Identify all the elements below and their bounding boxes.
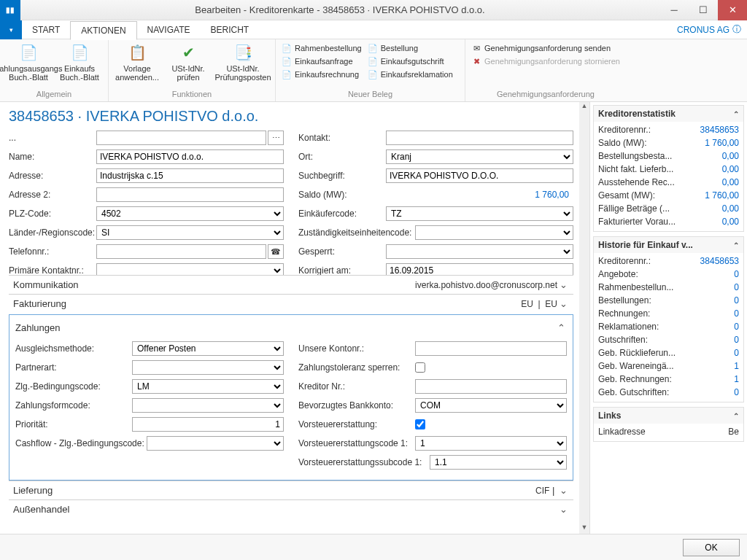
primkontakt-select[interactable]	[96, 263, 284, 275]
name-field[interactable]	[96, 149, 284, 164]
partner-select[interactable]	[132, 360, 284, 375]
krednr-label: Kreditor Nr.:	[298, 381, 415, 392]
zlgbed-select[interactable]: LM	[132, 379, 284, 394]
stat-row[interactable]: Geb. Wareneingä...1	[598, 359, 739, 373]
konto-field[interactable]	[415, 341, 567, 356]
tab-aktionen[interactable]: AKTIONEN	[70, 21, 136, 40]
korrig-field[interactable]	[386, 263, 573, 275]
tel-field[interactable]	[96, 244, 266, 259]
stat-row[interactable]: Angebote:0	[598, 268, 739, 281]
gesperrt-select[interactable]	[386, 244, 573, 259]
zust-select[interactable]	[415, 225, 573, 240]
ausgleich-select[interactable]: Offener Posten	[132, 341, 284, 356]
vstcode-select[interactable]: 1	[415, 436, 567, 451]
tab-navigate[interactable]: NAVIGATE	[137, 20, 201, 39]
einkaufs-button[interactable]: 📄Einkaufs Buch.-Blatt	[55, 42, 104, 90]
stat-row[interactable]: Rechnungen:0	[598, 307, 739, 320]
bottombar: OK	[0, 534, 747, 560]
stat-row[interactable]: Rahmenbestellun...0	[598, 281, 739, 294]
chevron-down-icon: ⌄	[557, 504, 569, 515]
suchbegriff-field[interactable]	[386, 168, 573, 183]
section-kommunikation[interactable]: Kommunikation iverka.pohistvo.doo@cronus…	[9, 275, 573, 294]
stat-row[interactable]: Gesamt (MW):1 760,00	[598, 189, 739, 202]
main-scrollbar[interactable]: ▲ ▼	[579, 102, 589, 534]
lookup-button[interactable]: ⋯	[268, 131, 284, 145]
stat-row[interactable]: Bestellungen:0	[598, 294, 739, 307]
section-aussenhandel[interactable]: Außenhandel ⌄	[9, 499, 573, 518]
tol-checkbox[interactable]	[415, 362, 425, 373]
section-lieferung[interactable]: Lieferung CIF | ⌄	[9, 481, 573, 499]
korrig-label: Korrigiert am:	[298, 265, 386, 275]
stat-row[interactable]: Ausstehende Rec...0,00	[598, 176, 739, 189]
zahlungsausgangs-button[interactable]: 📄Zahlungsausgangs Buch.-Blatt	[4, 42, 53, 90]
chevron-up-icon[interactable]: ⌃	[555, 322, 567, 333]
kontakt-field[interactable]	[386, 131, 573, 145]
prio-field[interactable]	[132, 417, 284, 432]
group-neuerbeleg: Neuer Beleg	[280, 90, 460, 100]
stat-row[interactable]: Geb. Rechnungen:1	[598, 373, 739, 386]
doc-icon: 📄	[282, 69, 292, 79]
einkaufsanfrage-button[interactable]: 📄Einkaufsanfrage	[280, 55, 363, 67]
close-button[interactable]: ✕	[718, 0, 747, 20]
file-menu[interactable]: ▾	[0, 20, 22, 39]
plz-select[interactable]: 4502	[96, 206, 284, 221]
zust-label: Zuständigkeitseinheitencode:	[298, 228, 415, 238]
genehmigung-storn-button[interactable]: ✖Genehmigungsanforderung stornieren	[470, 55, 622, 67]
adresse2-field[interactable]	[96, 187, 284, 202]
scroll-down-icon[interactable]: ▼	[579, 524, 589, 534]
code-field[interactable]	[96, 131, 266, 145]
stat-row[interactable]: Saldo (MW):1 760,00	[598, 136, 739, 149]
maximize-button[interactable]: ☐	[689, 0, 718, 20]
stat-row[interactable]: Reklamationen:0	[598, 320, 739, 333]
reklamation-button[interactable]: 📄Einkaufsreklamation	[366, 69, 454, 80]
einkaufer-select[interactable]: TZ	[386, 206, 573, 221]
tab-bericht[interactable]: BERICHT	[200, 20, 259, 39]
stat-row[interactable]: Nicht fakt. Lieferb...0,00	[598, 163, 739, 176]
help-icon[interactable]: ⓘ	[732, 23, 741, 36]
company-label[interactable]: CRONUS AG ⓘ	[677, 23, 747, 36]
scroll-up-icon[interactable]: ▲	[579, 102, 589, 112]
tab-start[interactable]: START	[22, 20, 70, 39]
einkaufsrechnung-button[interactable]: 📄Einkaufsrechnung	[280, 69, 363, 80]
stat-row[interactable]: Bestellungsbesta...0,00	[598, 149, 739, 163]
phone-icon[interactable]: ☎	[268, 244, 284, 259]
doc-icon: 📄	[368, 56, 378, 66]
konto-label: Unsere Kontonr.:	[298, 343, 415, 354]
stat-row[interactable]: Kreditorennr.:38458653	[598, 123, 739, 136]
ok-button[interactable]: OK	[683, 539, 740, 556]
section-fakturierung[interactable]: Fakturierung EU | EU ⌄	[9, 294, 573, 313]
bestellung-button[interactable]: 📄Bestellung	[366, 42, 454, 54]
stat-row[interactable]: Fakturierter Vorau...0,00	[598, 215, 739, 228]
vst-checkbox[interactable]	[415, 419, 425, 429]
stat-row[interactable]: Geb. Gutschriften:0	[598, 386, 739, 399]
stat-row[interactable]: Fällige Beträge (...0,00	[598, 202, 739, 215]
rahmenbestellung-button[interactable]: 📄Rahmenbestellung	[280, 42, 363, 54]
ust-posten-button[interactable]: 📑USt-IdNr. Prüfungsposten	[215, 42, 271, 90]
doc-icon: 📄	[282, 56, 292, 66]
stat-row[interactable]: Gutschriften:0	[598, 333, 739, 346]
ust-pruefen-button[interactable]: ✔USt-IdNr. prüfen	[164, 42, 212, 90]
chevron-down-icon: ⌄	[557, 279, 569, 290]
bank-label: Bevorzugtes Bankkonto:	[298, 400, 415, 411]
cashflow-select[interactable]	[147, 436, 284, 451]
window-title: Bearbeiten - Kreditorenkarte - 38458653 …	[20, 4, 659, 15]
page-title: 38458653 · IVERKA POHISTVO d.o.o.	[9, 108, 573, 125]
cashflow-label: Cashflow - Zlg.-Bedingungscode:	[15, 438, 147, 448]
app-icon: ▮▮	[0, 0, 20, 20]
adresse-field[interactable]	[96, 168, 284, 183]
vorlage-button[interactable]: 📋Vorlage anwenden...	[113, 42, 161, 90]
zlgbed-label: Zlg.-Bedingungscode:	[15, 381, 132, 392]
vstsub-select[interactable]: 1.1	[430, 455, 567, 470]
ort-select[interactable]: Kranj	[386, 149, 573, 164]
region-select[interactable]: SI	[96, 225, 284, 240]
bank-select[interactable]: COM	[415, 398, 567, 413]
chevron-down-icon: ⌄	[557, 485, 569, 496]
stat-row[interactable]: Geb. Rücklieferun...0	[598, 346, 739, 359]
krednr-field[interactable]	[415, 379, 567, 394]
gutschrift-button[interactable]: 📄Einkaufsgutschrift	[366, 55, 454, 67]
minimize-button[interactable]: ─	[659, 0, 689, 20]
genehmigung-senden-button[interactable]: ✉Genehmigungsanforderung senden	[470, 42, 622, 54]
stat-row[interactable]: Kreditorennr.:38458653	[598, 254, 739, 268]
saldo-value[interactable]: 1 760,00	[386, 190, 573, 200]
zform-select[interactable]	[132, 398, 284, 413]
